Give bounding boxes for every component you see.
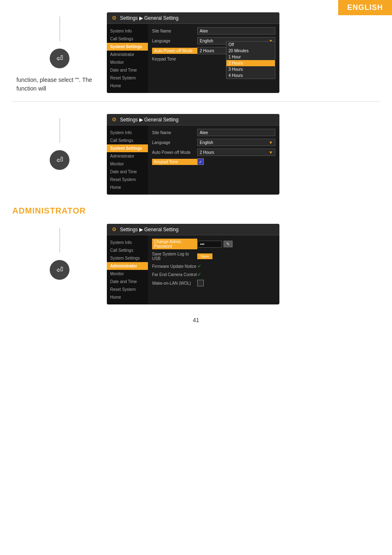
dropdown-open-1[interactable]: Off 20 Minutes 1 Hour 2 Hours 3 Hours 4 … — [226, 41, 275, 79]
row-auto-power-2: Auto Power-off Mode 2 Hours ▼ — [152, 149, 275, 156]
sidebar-administrator-1[interactable]: Administrator — [107, 51, 148, 58]
sidebar-call-settings-3[interactable]: Call Settings — [107, 246, 148, 254]
keypad-checkbox[interactable]: ✓ — [197, 158, 204, 165]
row-admin-pw: Change Admin. Password ••• ✎ — [152, 239, 275, 249]
value-auto-power-2[interactable]: 2 Hours ▼ — [197, 149, 275, 156]
settings-content-1: Site Name Alee Language English ▼ Auto P… — [148, 24, 279, 93]
settings-body-3: System Info Call Settings System Setting… — [107, 235, 279, 304]
sidebar-system-settings-3[interactable]: System Settings — [107, 254, 148, 262]
sidebar-home-2[interactable]: Home — [107, 183, 148, 191]
gear-icon-1: ⚙ — [112, 15, 117, 21]
label-site-name-2: Site Name — [152, 130, 197, 135]
settings-header-3: ⚙ Settings ▶ General Setting — [107, 224, 279, 235]
sidebar-call-settings-1[interactable]: Call Settings — [107, 35, 148, 43]
sidebar-date-time-3[interactable]: Date and Time — [107, 278, 148, 286]
section3-right: ⚙ Settings ▶ General Setting System Info… — [107, 224, 380, 304]
row-wol: Wake-on-LAN (WOL) — [152, 280, 275, 286]
sidebar-reset-2[interactable]: Reset System — [107, 176, 148, 183]
sidebar-call-settings-2[interactable]: Call Settings — [107, 137, 148, 144]
opt-4hrs[interactable]: 4 Hours — [226, 72, 275, 79]
sidebar-reset-1[interactable]: Reset System — [107, 74, 148, 82]
label-language-1: Language — [152, 39, 197, 43]
admin-heading: ADMINISTRATOR — [0, 199, 392, 218]
sidebar-monitor-1[interactable]: Monitor — [107, 58, 148, 66]
enter-button-2[interactable]: ⏎ — [50, 150, 69, 170]
sidebar-system-settings-1[interactable]: System Settings — [107, 43, 148, 51]
divider-line-1 — [60, 16, 60, 41]
settings-panel-3: ⚙ Settings ▶ General Setting System Info… — [107, 224, 279, 304]
save-log-button[interactable]: Save — [197, 253, 212, 259]
page-number: 41 — [0, 309, 392, 327]
row-language-2: Language English ▼ — [152, 139, 275, 146]
sidebar-system-info-3[interactable]: System Info — [107, 239, 148, 246]
label-auto-power-2: Auto Power-off Mode — [152, 150, 197, 155]
sidebar-home-3[interactable]: Home — [107, 293, 148, 301]
divider-hr-1 — [12, 101, 380, 102]
sidebar-date-time-1[interactable]: Date and Time — [107, 66, 148, 74]
settings-title-1: Settings ▶ General Setting — [120, 15, 178, 21]
section1-right: ⚙ Settings ▶ General Setting System Info… — [107, 12, 380, 93]
enter-button-3[interactable]: ⏎ — [50, 260, 69, 280]
settings-sidebar-2: System Info Call Settings System Setting… — [107, 125, 148, 195]
opt-1hr[interactable]: 1 Hour — [226, 54, 275, 60]
settings-panel-2: ⚙ Settings ▶ General Setting System Info… — [107, 114, 279, 195]
enter-button-1[interactable]: ⏎ — [50, 49, 69, 68]
section-2: ⏎ ⚙ Settings ▶ General Setting System In… — [0, 106, 392, 199]
label-firmware: Firmware Update Notice — [152, 264, 197, 269]
sidebar-monitor-2[interactable]: Monitor — [107, 160, 148, 168]
sidebar-reset-3[interactable]: Reset System — [107, 286, 148, 293]
opt-20min[interactable]: 20 Minutes — [226, 48, 275, 54]
sidebar-administrator-2[interactable]: Administrator — [107, 152, 148, 160]
label-site-name-1: Site Name — [152, 29, 197, 33]
divider-line-3 — [60, 228, 60, 253]
label-admin-pw: Change Admin. Password — [152, 239, 197, 249]
value-site-name-1[interactable]: Alee — [197, 27, 275, 35]
pw-edit-button[interactable]: ✎ — [224, 241, 233, 247]
settings-content-3: Change Admin. Password ••• ✎ Save System… — [148, 235, 279, 304]
label-keypad-1: Keypad Tone — [152, 57, 197, 61]
row-keypad-2: Keypad Tone ✓ — [152, 158, 275, 165]
row-firmware: Firmware Update Notice ✓ — [152, 263, 275, 269]
label-save-log: Save System Log to USB — [152, 252, 197, 261]
value-language-2[interactable]: English ▼ — [197, 139, 275, 146]
section2-left: ⏎ — [12, 114, 107, 170]
sidebar-monitor-3[interactable]: Monitor — [107, 270, 148, 278]
gear-icon-2: ⚙ — [112, 116, 117, 123]
sidebar-system-info-1[interactable]: System Info — [107, 27, 148, 35]
row-far-end: Far End Camera Control ✓ — [152, 272, 275, 277]
settings-body-1: System Info Call Settings System Setting… — [107, 24, 279, 93]
divider-line-2 — [60, 118, 60, 143]
sidebar-administrator-3[interactable]: Administrator — [107, 262, 148, 270]
settings-header-1: ⚙ Settings ▶ General Setting — [107, 12, 279, 24]
gear-icon-3: ⚙ — [112, 226, 117, 232]
sidebar-home-1[interactable]: Home — [107, 82, 148, 90]
settings-body-2: System Info Call Settings System Setting… — [107, 125, 279, 195]
label-wol: Wake-on-LAN (WOL) — [152, 281, 197, 286]
sidebar-system-settings-2[interactable]: System Settings — [107, 144, 148, 152]
label-auto-power-1: Auto Power-off Mode — [152, 48, 197, 54]
value-site-name-2[interactable]: Alee — [197, 129, 275, 136]
section2-right: ⚙ Settings ▶ General Setting System Info… — [107, 114, 380, 195]
opt-off[interactable]: Off — [226, 42, 275, 48]
instruction-text-1: function, please select "". The function… — [12, 76, 107, 93]
section-1: ⏎ function, please select "". The functi… — [0, 0, 392, 97]
firmware-checkmark: ✓ — [197, 263, 201, 269]
wol-checkbox[interactable] — [197, 280, 204, 286]
pw-field[interactable]: ••• — [197, 241, 222, 248]
settings-panel-1: ⚙ Settings ▶ General Setting System Info… — [107, 12, 279, 93]
opt-2hrs[interactable]: 2 Hours — [226, 60, 275, 66]
section1-left: ⏎ function, please select "". The functi… — [12, 12, 107, 93]
label-far-end: Far End Camera Control — [152, 272, 197, 277]
opt-3hrs[interactable]: 3 Hours — [226, 66, 275, 72]
row-site-name-1: Site Name Alee — [152, 27, 275, 35]
row-save-log: Save System Log to USB Save — [152, 252, 275, 261]
section3-left: ⏎ — [12, 224, 107, 280]
section-3: ⏎ ⚙ Settings ▶ General Setting System In… — [0, 218, 392, 309]
sidebar-date-time-2[interactable]: Date and Time — [107, 168, 148, 176]
sidebar-system-info-2[interactable]: System Info — [107, 129, 148, 137]
settings-header-2: ⚙ Settings ▶ General Setting — [107, 114, 279, 125]
dropdown-arrow-lang-2: ▼ — [269, 140, 273, 145]
label-language-2: Language — [152, 140, 197, 145]
label-keypad-2: Keypad Tone — [152, 159, 197, 165]
password-input: ••• ✎ — [197, 241, 233, 248]
